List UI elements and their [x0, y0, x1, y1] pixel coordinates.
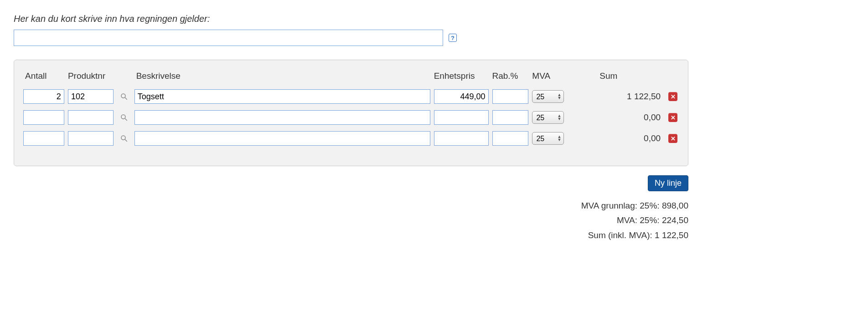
- produktnr-input[interactable]: [68, 89, 114, 104]
- delete-row-icon[interactable]: ✕: [668, 134, 677, 143]
- totals-block: MVA grunnlag: 25%: 898,00 MVA: 25%: 224,…: [581, 199, 688, 243]
- mva-select[interactable]: 25: [532, 90, 564, 103]
- help-icon[interactable]: ?: [449, 34, 457, 42]
- header-mva: MVA: [532, 71, 568, 81]
- rab-input[interactable]: [492, 131, 529, 146]
- magnifier-icon[interactable]: [120, 134, 128, 143]
- magnifier-icon[interactable]: [120, 92, 128, 101]
- header-produktnr: Produktnr: [68, 71, 114, 81]
- mva-grunnlag-label: MVA grunnlag: 25%:: [581, 201, 660, 210]
- mva-value: 224,50: [662, 215, 688, 225]
- rab-input[interactable]: [492, 89, 529, 104]
- description-input[interactable]: [14, 30, 443, 46]
- description-label: Her kan du kort skrive inn hva regningen…: [14, 14, 854, 24]
- table-row: 25 ▲▼ 1 122,50 ✕: [23, 89, 679, 104]
- enhetspris-input[interactable]: [434, 131, 489, 146]
- produktnr-input[interactable]: [68, 110, 114, 125]
- rab-input[interactable]: [492, 110, 529, 125]
- mva-row: MVA: 25%: 224,50: [581, 213, 688, 228]
- header-sum: Sum: [572, 71, 663, 81]
- new-line-button[interactable]: Ny linje: [648, 175, 688, 191]
- enhetspris-input[interactable]: [434, 89, 489, 104]
- table-row: 25 ▲▼ 0,00 ✕: [23, 131, 679, 146]
- row-sum-value: 0,00: [644, 133, 661, 143]
- beskrivelse-input[interactable]: [134, 131, 430, 146]
- header-antall: Antall: [23, 71, 64, 81]
- header-rab: Rab.%: [492, 71, 528, 81]
- delete-row-icon[interactable]: ✕: [668, 92, 677, 101]
- svg-line-5: [125, 139, 127, 142]
- mva-grunnlag-row: MVA grunnlag: 25%: 898,00: [581, 199, 688, 213]
- antall-input[interactable]: [23, 89, 64, 104]
- table-header-row: Antall Produktnr Beskrivelse Enhetspris …: [23, 71, 679, 81]
- mva-select[interactable]: 25: [532, 132, 564, 145]
- svg-point-2: [121, 115, 125, 119]
- table-row: 25 ▲▼ 0,00 ✕: [23, 110, 679, 125]
- header-enhetspris: Enhetspris: [434, 71, 489, 81]
- magnifier-icon[interactable]: [120, 113, 128, 122]
- mva-label: MVA: 25%:: [617, 215, 660, 225]
- antall-input[interactable]: [23, 110, 64, 125]
- actions-area: Ny linje MVA grunnlag: 25%: 898,00 MVA: …: [14, 175, 688, 243]
- antall-input[interactable]: [23, 131, 64, 146]
- produktnr-input[interactable]: [68, 131, 114, 146]
- row-sum-value: 0,00: [644, 112, 661, 122]
- sum-inkl-value: 1 122,50: [655, 230, 688, 240]
- svg-line-3: [125, 118, 127, 121]
- enhetspris-input[interactable]: [434, 110, 489, 125]
- line-items-panel: Antall Produktnr Beskrivelse Enhetspris …: [14, 60, 688, 166]
- beskrivelse-input[interactable]: [134, 110, 430, 125]
- mva-select[interactable]: 25: [532, 111, 564, 124]
- row-sum-value: 1 122,50: [627, 92, 661, 101]
- sum-inkl-row: Sum (inkl. MVA): 1 122,50: [581, 228, 688, 243]
- mva-grunnlag-value: 898,00: [662, 201, 688, 210]
- header-beskrivelse: Beskrivelse: [134, 71, 430, 81]
- sum-inkl-label: Sum (inkl. MVA):: [588, 230, 652, 240]
- description-row: ?: [14, 30, 854, 46]
- beskrivelse-input[interactable]: [134, 89, 430, 104]
- delete-row-icon[interactable]: ✕: [668, 113, 677, 122]
- svg-point-0: [121, 94, 125, 98]
- svg-point-4: [121, 136, 125, 140]
- line-items-table: Antall Produktnr Beskrivelse Enhetspris …: [23, 71, 679, 146]
- svg-line-1: [125, 97, 127, 100]
